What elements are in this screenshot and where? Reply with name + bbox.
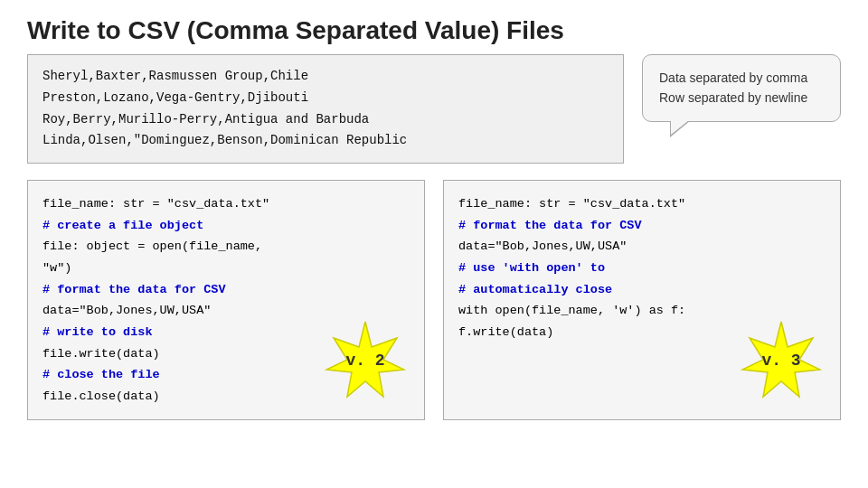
code-line: file: object = open(file_name, <box>42 236 410 258</box>
csv-display: Sheryl,Baxter,Rasmussen Group,Chile Pres… <box>27 54 624 164</box>
code-line: # format the data for CSV <box>42 279 410 301</box>
csv-line-4: Linda,Olsen,"Dominguez,Benson,Dominican … <box>42 130 609 152</box>
code-line: data="Bob,Jones,UW,USA" <box>42 300 410 322</box>
code-line: with open(file_name, 'w') as f: <box>458 300 826 322</box>
code-line: "w") <box>42 258 410 279</box>
starburst-v2-label: v. 2 <box>345 347 384 376</box>
starburst-v2: v. 2 <box>325 320 406 401</box>
top-section: Sheryl,Baxter,Rasmussen Group,Chile Pres… <box>0 54 868 164</box>
csv-line-3: Roy,Berry,Murillo-Perry,Antigua and Barb… <box>42 109 609 131</box>
code-box-v2: file_name: str = "csv_data.txt"# create … <box>27 180 425 420</box>
csv-line-1: Sheryl,Baxter,Rasmussen Group,Chile <box>42 66 609 88</box>
speech-bubble-line1: Data separated by comma <box>659 68 824 88</box>
code-line: # automatically close <box>458 279 826 301</box>
code-line: # format the data for CSV <box>458 215 826 237</box>
code-line: # use 'with open' to <box>458 258 826 279</box>
starburst-v3: v. 3 <box>741 320 822 401</box>
page-title: Write to CSV (Comma Separated Value) Fil… <box>0 0 868 54</box>
code-line: data="Bob,Jones,UW,USA" <box>458 236 826 258</box>
code-line: file_name: str = "csv_data.txt" <box>42 193 410 215</box>
speech-bubble: Data separated by comma Row separated by… <box>642 54 841 122</box>
starburst-v3-label: v. 3 <box>761 347 800 376</box>
code-box-v3: file_name: str = "csv_data.txt"# format … <box>443 180 841 420</box>
code-line: # create a file object <box>42 215 410 237</box>
code-panels: file_name: str = "csv_data.txt"# create … <box>0 180 868 420</box>
code-line: file_name: str = "csv_data.txt" <box>458 193 826 215</box>
speech-bubble-line2: Row separated by newline <box>659 88 824 108</box>
csv-line-2: Preston,Lozano,Vega-Gentry,Djibouti <box>42 88 609 109</box>
